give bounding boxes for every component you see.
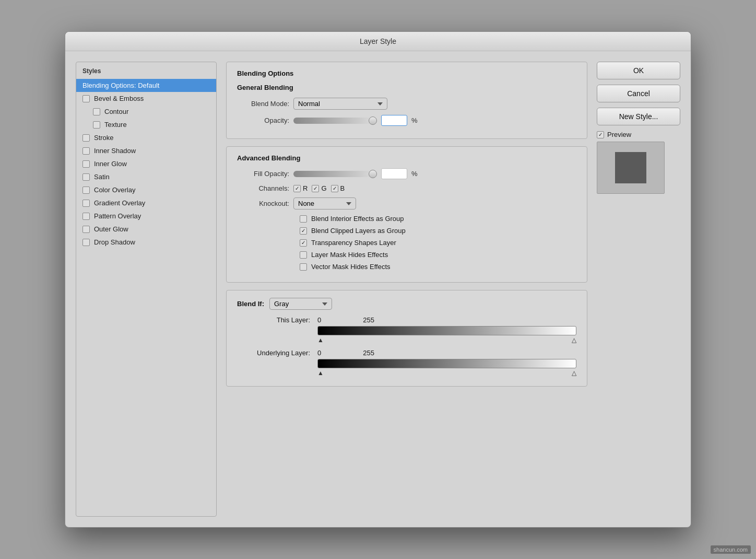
dialog-titlebar: Layer Style (65, 32, 691, 51)
sidebar-item-texture[interactable]: Texture (76, 118, 216, 131)
underlying-layer-right-arrow[interactable]: △ (572, 369, 576, 377)
blend-if-row: Blend If: Gray Red Green Blue (237, 298, 576, 310)
layer-mask-label: Layer Mask Hides Effects (311, 251, 388, 259)
sidebar-item-inner-glow[interactable]: Inner Glow (76, 157, 216, 170)
gradient-overlay-checkbox[interactable] (82, 200, 90, 207)
channel-g-label: G (321, 184, 326, 192)
channel-b-item: B (331, 184, 345, 192)
inner-glow-checkbox[interactable] (82, 160, 90, 168)
underlying-layer-max: 255 (363, 349, 374, 357)
preview-label: Preview (607, 131, 631, 138)
stroke-label: Stroke (94, 134, 114, 142)
sidebar-item-color-overlay[interactable]: Color Overlay (76, 183, 216, 196)
this-layer-slider-row: ▲ △ (237, 326, 576, 344)
blend-if-select[interactable]: Gray Red Green Blue (269, 298, 332, 310)
preview-inner (615, 152, 646, 183)
bevel-emboss-checkbox[interactable] (82, 95, 90, 102)
cancel-button[interactable]: Cancel (597, 85, 680, 102)
underlying-layer-left-arrow[interactable]: ▲ (317, 369, 324, 377)
channel-b-checkbox[interactable] (331, 185, 338, 192)
blend-clipped-label: Blend Clipped Layers as Group (311, 227, 406, 235)
transparency-checkbox[interactable] (300, 239, 307, 247)
fill-opacity-input[interactable]: 100 (381, 168, 407, 179)
blend-clipped-checkbox[interactable] (300, 227, 307, 235)
underlying-layer-label: Underlying Layer: (237, 349, 310, 357)
underlying-layer-label-row: Underlying Layer: 0 255 (237, 349, 576, 357)
bevel-emboss-label: Bevel & Emboss (94, 95, 144, 102)
preview-checkbox[interactable] (597, 131, 604, 138)
blend-mode-select[interactable]: Normal Dissolve Multiply Screen Overlay (293, 98, 387, 110)
channels-row: Channels: R G B (237, 184, 576, 192)
styles-panel-title: Styles (76, 65, 216, 79)
blend-mode-label: Blend Mode: (237, 100, 289, 108)
vector-mask-row: Vector Mask Hides Effects (237, 263, 576, 271)
ok-button[interactable]: OK (597, 62, 680, 79)
new-style-button[interactable]: New Style... (597, 108, 680, 125)
color-overlay-label: Color Overlay (94, 186, 135, 194)
channel-b-label: B (340, 184, 345, 192)
sidebar-item-outer-glow[interactable]: Outer Glow (76, 223, 216, 236)
opacity-row: Opacity: 100 % (237, 115, 576, 126)
blend-if-label: Blend If: (237, 300, 264, 308)
contour-checkbox[interactable] (93, 108, 100, 115)
layer-mask-checkbox[interactable] (300, 251, 307, 259)
channels-label: Channels: (237, 184, 289, 192)
texture-checkbox[interactable] (93, 121, 100, 129)
knockout-row: Knockout: None Shallow Deep (237, 197, 576, 209)
drop-shadow-checkbox[interactable] (82, 239, 90, 246)
this-layer-gradient-bar (317, 326, 576, 335)
texture-label: Texture (104, 121, 127, 129)
fill-opacity-slider[interactable] (293, 171, 377, 177)
vector-mask-checkbox[interactable] (300, 263, 307, 271)
stroke-checkbox[interactable] (82, 134, 90, 142)
vector-mask-label: Vector Mask Hides Effects (311, 263, 391, 271)
channel-r-label: R (303, 184, 308, 192)
this-layer-right-arrow[interactable]: △ (572, 336, 576, 344)
sidebar-item-blending-options[interactable]: Blending Options: Default (76, 79, 216, 92)
sidebar-item-inner-shadow[interactable]: Inner Shadow (76, 144, 216, 157)
this-layer-left-arrow[interactable]: ▲ (317, 336, 324, 344)
sidebar-item-bevel-emboss[interactable]: Bevel & Emboss (76, 92, 216, 105)
layer-mask-row: Layer Mask Hides Effects (237, 251, 576, 259)
opacity-slider[interactable] (293, 118, 377, 124)
preview-box (597, 142, 665, 194)
color-overlay-checkbox[interactable] (82, 187, 90, 194)
channel-r-item: R (293, 184, 308, 192)
fill-opacity-unit: % (411, 170, 418, 178)
blend-clipped-row: Blend Clipped Layers as Group (237, 227, 576, 235)
channel-g-checkbox[interactable] (312, 185, 319, 192)
styles-panel: Styles Blending Options: Default Bevel &… (76, 62, 217, 517)
this-layer-label-row: This Layer: 0 255 (237, 316, 576, 324)
channel-r-checkbox[interactable] (293, 185, 301, 192)
sidebar-item-contour[interactable]: Contour (76, 105, 216, 118)
satin-checkbox[interactable] (82, 173, 90, 181)
knockout-select[interactable]: None Shallow Deep (293, 197, 356, 209)
blend-interior-checkbox[interactable] (300, 215, 307, 223)
advanced-blending-title: Advanced Blending (237, 154, 576, 162)
blend-interior-row: Blend Interior Effects as Group (237, 215, 576, 223)
inner-shadow-label: Inner Shadow (94, 147, 136, 155)
opacity-label: Opacity: (237, 117, 289, 124)
dialog-title: Layer Style (360, 37, 396, 45)
this-layer-label: This Layer: (237, 316, 310, 324)
blend-if-section: Blend If: Gray Red Green Blue This Layer… (226, 290, 587, 387)
opacity-input[interactable]: 100 (381, 115, 407, 126)
main-content: Blending Options General Blending Blend … (226, 62, 587, 517)
channel-g-item: G (312, 184, 326, 192)
sidebar-item-satin[interactable]: Satin (76, 170, 216, 183)
sidebar-item-gradient-overlay[interactable]: Gradient Overlay (76, 196, 216, 209)
pattern-overlay-checkbox[interactable] (82, 213, 90, 220)
pattern-overlay-label: Pattern Overlay (94, 212, 141, 220)
sidebar-item-drop-shadow[interactable]: Drop Shadow (76, 236, 216, 249)
blending-options-title: Blending Options (237, 69, 576, 77)
fill-opacity-label: Fill Opacity: (237, 170, 289, 178)
inner-shadow-checkbox[interactable] (82, 147, 90, 155)
blending-options-label: Blending Options: Default (82, 81, 159, 89)
preview-section: Preview (597, 131, 680, 194)
outer-glow-checkbox[interactable] (82, 226, 90, 233)
general-blending-section: Blending Options General Blending Blend … (226, 62, 587, 139)
underlying-layer-min: 0 (317, 349, 321, 357)
gradient-overlay-label: Gradient Overlay (94, 199, 145, 207)
sidebar-item-pattern-overlay[interactable]: Pattern Overlay (76, 209, 216, 223)
sidebar-item-stroke[interactable]: Stroke (76, 131, 216, 144)
